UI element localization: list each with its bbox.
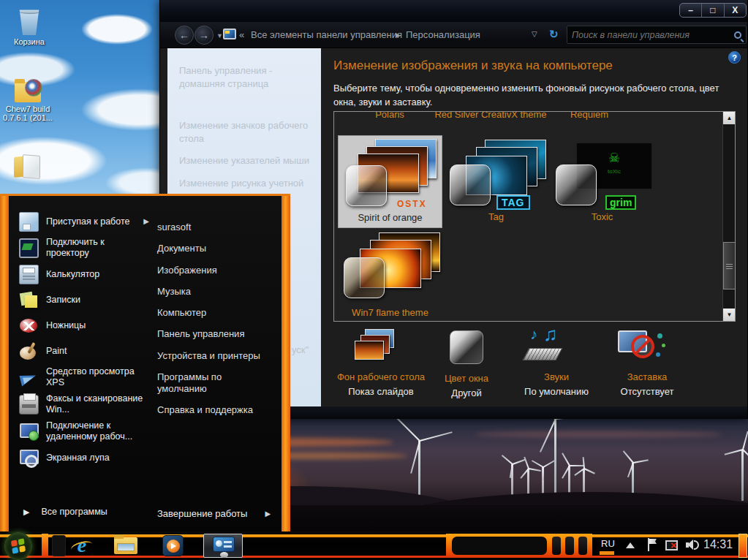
sidebar-link-home[interactable]: Панель управления - домашняя страница <box>179 64 309 90</box>
theme-item-tag[interactable]: TAG Tag <box>444 135 548 228</box>
start-menu-default-programs[interactable]: Программы по умолчанию <box>157 371 273 396</box>
all-programs-label: Все программы <box>41 507 107 517</box>
theme-item-win7-flame[interactable]: Win7 flame theme <box>338 231 442 322</box>
theme-label-red-silver[interactable]: Red Silver CreativX theme <box>433 111 548 120</box>
setting-title: Звуки <box>505 371 608 382</box>
help-button[interactable]: ? <box>728 51 741 64</box>
start-menu-pictures[interactable]: Изображения <box>157 265 273 276</box>
start-menu-item-snipping-tool[interactable]: Ножницы <box>19 315 149 336</box>
start-menu-item-xps-viewer[interactable]: Средство просмотра XPS <box>19 366 149 388</box>
sidebar-link-partial[interactable]: уск" <box>292 344 309 357</box>
theme-label-polaris[interactable]: Polaris <box>353 111 426 120</box>
history-dropdown-icon[interactable]: ▼ <box>216 32 223 39</box>
theme-badge: grim <box>605 195 636 210</box>
sounds-icon: ♪ ♫ <box>505 329 608 367</box>
start-menu-item-getting-started[interactable]: Приступая к работе ▶ <box>19 211 149 232</box>
start-menu-computer[interactable]: Компьютер <box>157 307 273 319</box>
submenu-arrow-icon: ▶ <box>265 510 271 518</box>
start-menu-item-remote-desktop[interactable]: Подключение к удаленному рабоч... <box>19 420 149 442</box>
media-player-button[interactable] <box>162 535 184 556</box>
search-icon[interactable] <box>734 31 741 39</box>
desktop-icon-label: Chew7 build 0.7.6.1 (201... <box>0 105 56 122</box>
forward-button[interactable]: → <box>194 26 214 45</box>
setting-value: Отсутствует <box>596 386 698 397</box>
all-programs-button[interactable]: ▶ Все программы <box>23 507 107 517</box>
breadcrumb-root[interactable]: Все элементы панели управления <box>251 29 402 40</box>
explorer-button[interactable] <box>114 537 137 554</box>
theme-glass-frame-icon <box>556 164 597 205</box>
start-menu-item-label: Калькулятор <box>46 269 99 280</box>
start-menu-devices-printers[interactable]: Устройства и принтеры <box>157 350 273 362</box>
breadcrumb-chevrons[interactable]: « <box>239 29 244 40</box>
scroll-up-button[interactable]: ▲ <box>723 112 736 124</box>
desktop-icon-chew7-folder[interactable]: Chew7 build 0.7.6.1 (201... <box>0 82 56 122</box>
magnifier-icon <box>19 448 39 468</box>
shutdown-label: Завершение работы <box>157 508 247 519</box>
start-menu-item-fax-scan[interactable]: Факсы и сканирование Win... <box>19 393 149 415</box>
theme-item-spirit-of-orange[interactable]: OSTX Spirit of orange <box>338 135 442 228</box>
start-menu-item-paint[interactable]: Paint <box>19 341 149 361</box>
breadcrumb-separator-icon: ▸ <box>396 29 401 40</box>
back-button[interactable]: ← <box>175 26 194 45</box>
setting-window-color[interactable]: Цвет окна Другой <box>415 329 518 398</box>
desktop-icon-recycle-bin[interactable]: Корзина <box>1 7 57 46</box>
maximize-button[interactable]: □ <box>702 4 724 17</box>
projector-icon <box>19 238 39 258</box>
sticky-notes-icon <box>19 290 39 310</box>
setting-title: Цвет окна <box>415 373 518 384</box>
sidebar-link-desktop-icons[interactable]: Изменение значков рабочего стола <box>179 119 309 145</box>
minimize-button[interactable]: – <box>680 4 702 17</box>
action-center-icon[interactable] <box>648 538 658 551</box>
windows-logo-icon <box>11 538 26 554</box>
theme-item-label: Toxic <box>550 211 654 222</box>
calculator-icon <box>19 265 39 284</box>
start-menu-help-support[interactable]: Справка и поддержка <box>157 404 273 416</box>
control-panel-icon <box>213 537 235 552</box>
start-menu-item-label: Подключить к проектору <box>46 237 149 259</box>
window-caption-buttons: – □ X <box>679 3 747 18</box>
screensaver-icon <box>596 329 698 367</box>
search-input[interactable] <box>572 30 730 40</box>
snipping-tool-icon <box>19 316 39 336</box>
network-icon[interactable]: × <box>665 539 679 550</box>
setting-screensaver[interactable]: Заставка Отсутствует <box>596 329 698 397</box>
setting-sounds[interactable]: ♪ ♫ Звуки По умолчанию <box>505 329 608 397</box>
address-dropdown-icon[interactable]: ▽ <box>532 30 537 38</box>
close-button[interactable]: X <box>725 4 746 17</box>
start-menu-item-magnifier[interactable]: Экранная лупа <box>19 447 149 468</box>
volume-icon[interactable] <box>686 539 700 551</box>
start-menu-control-panel[interactable]: Панель управления <box>157 328 273 340</box>
start-menu-item-sticky-notes[interactable]: Записки <box>19 290 149 310</box>
internet-explorer-button[interactable]: e <box>69 533 95 558</box>
theme-item-toxic[interactable]: ☠ toXic grim Toxic <box>550 135 654 228</box>
scrollbar-thumb[interactable] <box>723 242 736 290</box>
theme-label-requiem[interactable]: Requiem <box>553 111 626 120</box>
clock[interactable]: 14:31 <box>703 538 733 551</box>
language-indicator[interactable]: RU <box>601 538 615 549</box>
sidebar-link-mouse-pointers[interactable]: Изменение указателей мыши <box>179 154 309 167</box>
theme-item-label: Tag <box>444 211 548 222</box>
control-panel-taskbar-button[interactable] <box>203 534 243 558</box>
desktop-icon-open-folder[interactable] <box>0 155 56 179</box>
window-titlebar[interactable]: – □ X <box>160 0 747 22</box>
start-menu-item-projector[interactable]: Подключить к проектору <box>19 237 149 259</box>
folder-icon <box>15 82 41 102</box>
shutdown-button[interactable]: Завершение работы ▶ <box>157 508 271 519</box>
start-button[interactable] <box>4 532 32 560</box>
show-desktop-button[interactable] <box>738 534 747 558</box>
refresh-icon[interactable]: ↻ <box>549 28 559 41</box>
breadcrumb-current[interactable]: Персонализация <box>406 29 480 40</box>
skull-icon: ☠ <box>608 151 620 165</box>
start-menu-music[interactable]: Музыка <box>157 286 273 298</box>
desktop-icon-label: Корзина <box>1 37 57 46</box>
theme-item-label: Spirit of orange <box>339 212 442 223</box>
start-menu-item-label: Факсы и сканирование Win... <box>46 393 149 415</box>
scroll-down-button[interactable]: ▼ <box>723 309 736 321</box>
show-hidden-icons-button[interactable] <box>626 542 635 548</box>
sunset-cloud <box>474 431 722 438</box>
start-menu-item-label: Экранная лупа <box>46 453 110 463</box>
start-menu-documents[interactable]: Документы <box>157 243 273 254</box>
page-title: Изменение изображения и звука на компьют… <box>333 58 613 73</box>
start-menu-item-calculator[interactable]: Калькулятор <box>19 264 149 284</box>
start-menu-user[interactable]: surasoft <box>157 222 273 233</box>
